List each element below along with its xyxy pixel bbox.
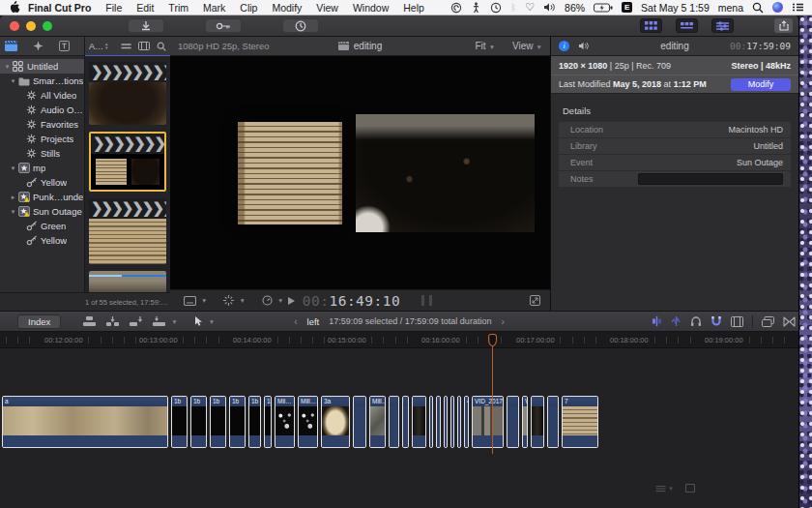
timeline-clip[interactable] [531,396,544,448]
menu-item[interactable]: Window [353,2,389,14]
show-timeline-button[interactable] [676,18,698,33]
bluetooth-status-icon[interactable]: ᛒ [510,2,516,13]
timeline-clip[interactable] [402,396,409,448]
disclosure-triangle[interactable]: ▾ [9,164,17,172]
minimize-window-button[interactable] [26,21,36,31]
heart-status-icon[interactable]: ♡ [525,1,535,14]
menu-item[interactable]: Final Cut Pro [28,2,91,14]
audio-skimming-toggle-icon[interactable] [671,315,682,327]
browser-search-icon[interactable] [157,42,166,51]
browser-sort-dropdown[interactable]: A… ▲▼ [89,42,108,51]
clip-thumbnail[interactable]: ❯❯❯❯❯❯❯❯ [89,198,166,264]
history-forward-button[interactable]: › [501,316,504,327]
sidebar-item[interactable]: Yellow [0,175,84,190]
disclosure-triangle[interactable]: ▾ [9,208,17,216]
solo-toggle-icon[interactable] [690,315,702,327]
playhead[interactable] [488,334,497,454]
battery-icon[interactable] [594,3,613,13]
modify-button[interactable]: Modify [731,78,791,91]
play-button[interactable] [288,297,295,305]
sidebar-item[interactable]: Favorites [0,117,84,132]
timeline-clip[interactable] [507,396,519,448]
timeline-clip[interactable] [547,396,559,448]
timeline-clip[interactable]: Mill… [298,396,318,448]
notification-center-icon[interactable] [792,2,804,13]
menu-item[interactable]: Edit [136,2,154,14]
clip-thumbnail-selected[interactable]: ❯❯❯❯❯❯❯❯ [89,132,166,192]
app-status-icon[interactable]: E [622,2,632,13]
effects-browser-icon[interactable] [762,316,774,327]
timeline-clip[interactable]: a [2,396,168,448]
timeline-clip[interactable] [436,396,441,448]
close-window-button[interactable] [10,21,19,31]
sidebar-item[interactable]: ▾ Sun Outage [0,204,84,219]
timeline-clip[interactable]: V [522,396,528,448]
sidebar-item[interactable]: ▾ Smar…tions [0,74,84,88]
skimming-toggle-icon[interactable] [652,315,662,327]
menu-item[interactable]: Trim [168,2,188,14]
sidebar-item[interactable]: Stills [0,146,84,161]
sidebar-item[interactable]: Green [0,219,84,233]
timeline-clip[interactable] [429,396,433,448]
clip-appearance-icon[interactable] [121,43,131,50]
snapping-toggle-icon[interactable] [710,315,722,327]
timeline-view-dropdown-icon[interactable]: ▼ [655,485,674,493]
sidebar-item[interactable]: Audio Only [0,103,84,117]
menu-item[interactable]: Clip [240,2,257,14]
fullscreen-icon[interactable] [530,295,540,306]
disclosure-triangle[interactable]: ▾ [9,77,17,85]
timeline-clip[interactable]: Mill… [369,396,386,448]
timeline-clip[interactable]: 1b [171,396,188,448]
share-button[interactable] [774,18,793,33]
menu-item[interactable]: Mark [203,2,225,14]
disclosure-triangle[interactable]: ▾ [3,63,12,71]
sidebar-item[interactable]: Projects [0,132,84,146]
timeline-clip[interactable]: Mil… [275,396,295,448]
background-tasks-button[interactable] [282,18,319,33]
project-name[interactable]: left [307,316,320,327]
spotlight-search-icon[interactable] [752,2,764,14]
photos-audio-tab-icon[interactable] [33,41,44,51]
libraries-tab-icon[interactable] [5,41,17,51]
keywords-button[interactable] [205,18,242,33]
timeline-clip[interactable]: 7 [562,396,598,448]
notes-input[interactable] [638,173,783,185]
sidebar-item[interactable]: ▾ mp [0,161,84,175]
history-back-button[interactable]: ‹ [294,316,297,327]
timeline-zoom-icon[interactable] [685,484,695,493]
timeline-clip[interactable]: 1b [190,396,207,448]
timeline-clip[interactable]: 1b [210,396,226,448]
timeline-appearance-icon[interactable] [731,316,743,327]
user-menu[interactable]: mena [718,2,743,14]
show-browser-button[interactable] [640,18,662,33]
timeline-ruler[interactable]: 00:12:00:0000:13:00:0000:14:00:0000:15:0… [0,332,798,348]
sidebar-item[interactable]: Yellow [0,233,84,248]
sidebar-item[interactable]: ▾ Untitled [0,59,84,74]
timeline-clip[interactable]: 4 [464,396,469,448]
volume-status-icon[interactable] [543,2,556,13]
timeline-clip[interactable] [444,396,448,448]
timeline-clip[interactable]: 3a [321,396,350,448]
timeline-clip[interactable]: 1b [248,396,261,448]
sidebar-item[interactable]: All Video [0,88,84,103]
timeline-clip[interactable]: 1 [264,396,272,448]
disclosure-triangle[interactable]: ▸ [9,194,17,201]
timeline-clip[interactable] [412,396,426,448]
siri-icon[interactable] [772,2,783,13]
window-titlebar[interactable] [0,15,798,37]
menu-item[interactable]: File [105,2,122,14]
timeline-clip[interactable] [353,396,366,448]
timeline-clip[interactable] [450,396,454,448]
timeline-track-area[interactable]: a 1b 1b 1b [0,348,798,508]
audio-meters[interactable] [421,295,432,306]
sidebar-item[interactable]: ▸ Punk…unde [0,190,84,204]
zoom-window-button[interactable] [43,21,52,31]
accessibility-status-icon[interactable] [471,2,481,14]
menu-item[interactable]: Help [403,2,424,14]
transitions-browser-icon[interactable] [783,316,796,327]
clip-thumbnail[interactable] [89,271,166,292]
timeline-clip[interactable]: 1b [229,396,246,448]
titles-generators-tab-icon[interactable] [59,41,70,51]
timeline-clip[interactable] [389,396,399,448]
menu-item[interactable]: Modify [272,2,302,14]
